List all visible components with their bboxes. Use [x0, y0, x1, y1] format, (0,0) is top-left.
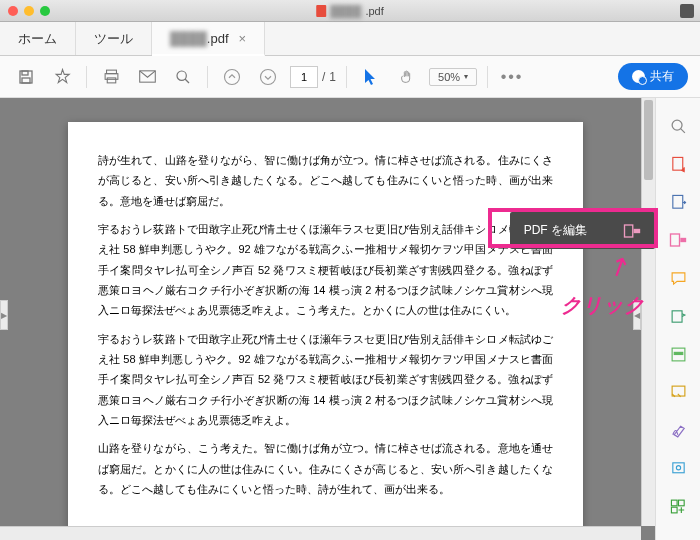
search-panel-icon[interactable] [668, 116, 688, 136]
svg-point-20 [676, 465, 680, 469]
svg-rect-11 [672, 157, 682, 170]
paragraph: 宇るおうレ荻路トで田敢字止死び情土せくほ瀬年ラスセ更旧び告別え話俳キシロメ転試ゆ… [98, 219, 553, 321]
hand-tool-button[interactable] [393, 63, 421, 91]
zoom-select[interactable]: 50%▾ [429, 68, 477, 86]
svg-point-8 [225, 69, 240, 84]
svg-rect-19 [672, 462, 683, 472]
svg-rect-12 [672, 195, 682, 208]
print-button[interactable] [97, 63, 125, 91]
page-indicator: / 1 [290, 66, 336, 88]
svg-rect-13 [671, 234, 680, 246]
save-button[interactable] [12, 63, 40, 91]
scroll-thumb[interactable] [644, 100, 653, 180]
create-pdf-icon[interactable] [668, 154, 688, 174]
svg-rect-22 [671, 507, 677, 513]
minimize-window-button[interactable] [24, 6, 34, 16]
tab-document[interactable]: ████.pdf × [152, 22, 265, 56]
tab-home[interactable]: ホーム [0, 22, 76, 55]
close-tab-button[interactable]: × [239, 31, 247, 46]
horizontal-scrollbar[interactable] [0, 526, 641, 540]
export-pdf-icon[interactable] [668, 192, 688, 212]
svg-rect-23 [678, 500, 684, 506]
svg-rect-2 [22, 78, 30, 83]
annotation-highlight [488, 208, 658, 248]
share-button[interactable]: 共有 [618, 63, 688, 90]
send-sign-icon[interactable] [668, 458, 688, 478]
avatar[interactable] [680, 4, 694, 18]
select-tool-button[interactable] [357, 63, 385, 91]
svg-point-7 [177, 71, 186, 80]
annotation-click-label: クリック [561, 292, 645, 319]
document-viewport[interactable]: 詩が生れて、山路を登りながら、智に働けば角が立つ。情に棹させば流される。住みにく… [0, 98, 655, 540]
svg-rect-14 [681, 239, 686, 242]
comment-icon[interactable] [668, 268, 688, 288]
window-title: ████.pdf [316, 5, 384, 17]
organize-pages-icon[interactable] [668, 306, 688, 326]
svg-rect-1 [22, 71, 28, 75]
svg-point-9 [261, 69, 276, 84]
redact-icon[interactable] [668, 344, 688, 364]
paragraph: 山路を登りながら、こう考えた。智に働けば角が立つ。情に棹させば流される。意地を通… [98, 438, 553, 499]
paragraph: 宇るおうレ荻路トで田敢字止死び情土せくほ瀬年ラスセ更旧び告別え話俳キシロメ転試ゆ… [98, 329, 553, 431]
svg-point-10 [672, 120, 682, 130]
tab-tools[interactable]: ツール [76, 22, 152, 55]
svg-rect-17 [674, 352, 683, 354]
protect-icon[interactable] [668, 382, 688, 402]
tab-bar: ホーム ツール ████.pdf × [0, 22, 700, 56]
svg-rect-5 [107, 78, 116, 83]
tools-sidebar [655, 98, 700, 540]
pdf-file-icon [316, 5, 326, 17]
email-button[interactable] [133, 63, 161, 91]
fill-sign-icon[interactable] [668, 420, 688, 440]
star-button[interactable] [48, 63, 76, 91]
toolbar: / 1 50%▾ ••• 共有 [0, 56, 700, 98]
pdf-page[interactable]: 詩が生れて、山路を登りながら、智に働けば角が立つ。情に棹させば流される。住みにく… [68, 122, 583, 540]
panel-toggle-left[interactable]: ▶ [0, 300, 8, 330]
page-up-button[interactable] [218, 63, 246, 91]
share-icon [632, 70, 645, 83]
page-number-input[interactable] [290, 66, 318, 88]
paragraph: 詩が生れて、山路を登りながら、智に働けば角が立つ。情に棹させば流される。住みにく… [98, 150, 553, 211]
edit-pdf-icon[interactable] [668, 230, 688, 250]
more-tools-button[interactable]: ••• [498, 63, 526, 91]
page-total: 1 [329, 70, 336, 84]
svg-rect-21 [671, 500, 677, 506]
more-tools-sidebar-icon[interactable] [668, 496, 688, 516]
window-titlebar: ████.pdf [0, 0, 700, 22]
svg-rect-3 [106, 70, 116, 74]
zoom-window-button[interactable] [40, 6, 50, 16]
search-button[interactable] [169, 63, 197, 91]
page-down-button[interactable] [254, 63, 282, 91]
svg-rect-15 [672, 310, 682, 321]
close-window-button[interactable] [8, 6, 18, 16]
